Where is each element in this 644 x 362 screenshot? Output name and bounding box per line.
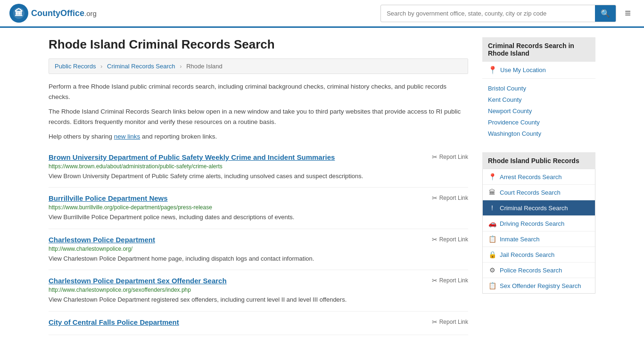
sidebar-criminal-section: Criminal Records Search in Rhode Island … xyxy=(482,37,595,143)
report-link-button[interactable]: ✂ Report Link xyxy=(432,153,468,161)
intro-paragraph-2: The Rhode Island Criminal Records Search… xyxy=(49,107,468,127)
report-link-label: Report Link xyxy=(439,277,468,284)
intro-paragraph-3: Help others by sharing new links and rep… xyxy=(49,132,468,142)
county-list-item: Kent County xyxy=(488,94,590,105)
record-header: Charlestown Police Department Sex Offend… xyxy=(49,277,468,285)
public-records-list-item: 🔒 Jail Records Search xyxy=(483,247,595,263)
county-link[interactable]: Washington County xyxy=(488,130,541,137)
report-link-label: Report Link xyxy=(439,154,468,160)
search-icon: 🔍 xyxy=(601,9,610,17)
search-input[interactable] xyxy=(381,6,595,21)
site-header: 🏛 CountyOffice.org 🔍 ≡ xyxy=(0,0,644,28)
sidebar-record-label: Criminal Records Search xyxy=(500,205,568,212)
public-records-link[interactable]: ⚙ Police Records Search xyxy=(483,263,595,278)
sidebar-record-icon: 📋 xyxy=(488,282,496,289)
public-records-list-item: 🏛 Court Records Search xyxy=(483,185,595,200)
public-records-link[interactable]: 📋 Sex Offender Registry Search xyxy=(483,278,595,293)
record-header: Burrillville Police Department News ✂ Re… xyxy=(49,194,468,202)
public-records-list-item: 📋 Inmate Search xyxy=(483,231,595,247)
public-records-link[interactable]: 📍 Arrest Records Search xyxy=(483,169,595,184)
report-link-button[interactable]: ✂ Report Link xyxy=(432,236,468,243)
records-container: Brown University Department of Public Sa… xyxy=(49,147,468,335)
public-records-link[interactable]: 🏛 Court Records Search xyxy=(483,185,595,200)
public-records-list-item: ⚙ Police Records Search xyxy=(483,263,595,278)
record-header: Charlestown Police Department ✂ Report L… xyxy=(49,236,468,244)
record-title[interactable]: Charlestown Police Department Sex Offend… xyxy=(49,277,227,285)
search-button[interactable]: 🔍 xyxy=(595,5,616,22)
county-list-item: Newport County xyxy=(488,105,590,116)
sidebar-record-label: Arrest Records Search xyxy=(500,173,562,181)
menu-button[interactable]: ≡ xyxy=(621,5,635,21)
record-title[interactable]: Charlestown Police Department xyxy=(49,236,155,244)
public-records-list-item: 🚗 Driving Records Search xyxy=(483,216,595,231)
report-link-label: Report Link xyxy=(439,319,468,325)
county-list-item: Bristol County xyxy=(488,82,590,94)
record-header: City of Central Falls Police Department … xyxy=(49,318,468,326)
record-desc: View Charlestown Police Department regis… xyxy=(49,295,468,304)
logo-text: CountyOffice.org xyxy=(31,8,97,18)
public-records-link[interactable]: 🚗 Driving Records Search xyxy=(483,216,595,231)
record-url: http://www.charlestownpolice.org/ xyxy=(49,246,468,252)
record-item: Brown University Department of Public Sa… xyxy=(49,147,468,188)
public-records-link[interactable]: 📋 Inmate Search xyxy=(483,231,595,247)
scissors-icon: ✂ xyxy=(432,236,438,243)
sidebar-record-icon: 🚗 xyxy=(488,220,496,227)
county-link[interactable]: Providence County xyxy=(488,119,540,126)
breadcrumb-public-records[interactable]: Public Records xyxy=(55,63,96,70)
report-link-button[interactable]: ✂ Report Link xyxy=(432,277,468,284)
scissors-icon: ✂ xyxy=(432,194,438,202)
record-item: Charlestown Police Department ✂ Report L… xyxy=(49,229,468,271)
header-right: 🔍 ≡ xyxy=(380,5,635,22)
main-container: Rhode Island Criminal Records Search Pub… xyxy=(39,28,605,345)
breadcrumb-sep2: › xyxy=(180,63,182,70)
logo-icon: 🏛 xyxy=(9,4,28,23)
sidebar-record-label: Police Records Search xyxy=(500,267,562,274)
scissors-icon: ✂ xyxy=(432,318,438,326)
new-links-link[interactable]: new links xyxy=(114,133,140,140)
public-records-list-item: 📋 Sex Offender Registry Search xyxy=(483,278,595,293)
sidebar: Criminal Records Search in Rhode Island … xyxy=(482,37,595,335)
county-list-item: Washington County xyxy=(488,128,590,139)
breadcrumb-criminal-records[interactable]: Criminal Records Search xyxy=(107,63,175,70)
public-records-link[interactable]: ! Criminal Records Search xyxy=(483,200,595,215)
sidebar-record-icon: ⚙ xyxy=(488,266,496,274)
report-link-button[interactable]: ✂ Report Link xyxy=(432,194,468,202)
report-link-button[interactable]: ✂ Report Link xyxy=(432,318,468,326)
public-records-list-item: 📍 Arrest Records Search xyxy=(483,169,595,185)
record-url: http://www.charlestownpolice.org/sexoffe… xyxy=(49,287,468,293)
record-desc: View Brown University Department of Publ… xyxy=(49,172,468,181)
use-my-location-link[interactable]: 📍 Use My Location xyxy=(482,62,595,79)
page-title: Rhode Island Criminal Records Search xyxy=(49,37,468,52)
record-header: Brown University Department of Public Sa… xyxy=(49,153,468,161)
record-url: https://www.brown.edu/about/administrati… xyxy=(49,163,468,170)
public-records-list: 📍 Arrest Records Search 🏛 Court Records … xyxy=(482,169,595,294)
record-title[interactable]: City of Central Falls Police Department xyxy=(49,318,179,326)
record-title[interactable]: Brown University Department of Public Sa… xyxy=(49,153,335,161)
county-link[interactable]: Bristol County xyxy=(488,85,526,92)
county-link[interactable]: Kent County xyxy=(488,96,522,103)
sidebar-record-label: Jail Records Search xyxy=(500,251,554,258)
county-link[interactable]: Newport County xyxy=(488,107,532,115)
county-list-item: Providence County xyxy=(488,116,590,128)
sidebar-record-icon: 📋 xyxy=(488,235,496,243)
sidebar-criminal-title: Criminal Records Search in Rhode Island xyxy=(482,37,595,62)
record-title[interactable]: Burrillville Police Department News xyxy=(49,194,168,202)
svg-text:🏛: 🏛 xyxy=(15,8,23,18)
logo-area[interactable]: 🏛 CountyOffice.org xyxy=(9,4,97,23)
county-list: Bristol CountyKent CountyNewport CountyP… xyxy=(482,79,595,143)
sidebar-public-records-title: Rhode Island Public Records xyxy=(482,152,595,169)
record-item: Burrillville Police Department News ✂ Re… xyxy=(49,188,468,229)
sidebar-record-label: Driving Records Search xyxy=(500,220,564,227)
search-bar: 🔍 xyxy=(380,5,616,22)
sidebar-record-icon: 🔒 xyxy=(488,251,496,258)
location-icon: 📍 xyxy=(488,66,497,74)
sidebar-record-icon: ! xyxy=(488,204,496,212)
public-records-link[interactable]: 🔒 Jail Records Search xyxy=(483,247,595,262)
record-desc: View Charlestown Police Department home … xyxy=(49,254,468,263)
sidebar-public-records-section: Rhode Island Public Records 📍 Arrest Rec… xyxy=(482,152,595,294)
breadcrumb-sep1: › xyxy=(100,63,102,70)
sidebar-record-label: Court Records Search xyxy=(500,189,561,196)
sidebar-record-label: Inmate Search xyxy=(500,236,540,243)
sidebar-record-icon: 📍 xyxy=(488,173,496,181)
intro-paragraph-1: Perform a free Rhode Island public crimi… xyxy=(49,82,468,102)
